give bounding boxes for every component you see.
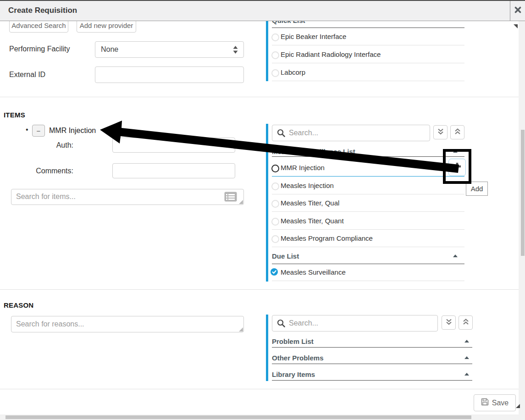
divider <box>272 347 472 348</box>
radio-icon <box>271 235 279 243</box>
radio-icon <box>271 200 279 208</box>
items-section-heading: ITEMS <box>4 111 25 119</box>
reason-picker-accent-bar <box>266 315 268 381</box>
divider <box>272 194 464 194</box>
divider <box>272 45 464 45</box>
divider <box>272 211 464 212</box>
comments-field-wrap <box>112 163 235 178</box>
resize-grip[interactable] <box>239 200 243 204</box>
horizontal-scrollbar-thumb[interactable] <box>6 415 471 419</box>
page-title: Create Requisition <box>8 6 77 15</box>
radio-icon <box>271 218 279 226</box>
auth-field[interactable] <box>113 138 235 152</box>
resize-grip[interactable] <box>239 327 243 332</box>
resize-grip[interactable] <box>514 24 518 28</box>
divider <box>272 247 464 247</box>
add-new-provider-label: Add new provider <box>80 22 133 29</box>
group-header[interactable]: Other Problems <box>272 354 324 362</box>
items-search-input[interactable] <box>11 189 243 204</box>
radio-icon <box>271 182 279 190</box>
expand-all-button[interactable] <box>433 125 448 139</box>
divider <box>272 81 464 81</box>
group-header[interactable]: Problem List <box>272 337 314 345</box>
collapse-all-button[interactable] <box>459 315 473 330</box>
section-divider <box>0 97 519 97</box>
list-item[interactable]: MMR Injection <box>281 164 325 171</box>
group-header[interactable]: Library Items <box>272 370 315 378</box>
list-item[interactable]: Epic Beaker Interface <box>281 33 346 40</box>
performing-facility-value: None <box>101 45 118 54</box>
divider <box>272 281 464 281</box>
remove-item-button[interactable]: − <box>32 125 45 137</box>
collapse-caret-icon[interactable] <box>464 356 469 359</box>
annotation-highlight-rect <box>443 149 471 184</box>
save-button[interactable]: Save <box>474 394 516 411</box>
radio-icon <box>271 51 279 59</box>
collapse-caret-icon[interactable] <box>464 340 469 343</box>
group-header[interactable]: Measles Surveillance List <box>272 148 355 155</box>
items-picker-accent-bar <box>266 124 268 282</box>
performing-facility-select[interactable]: None <box>95 41 244 58</box>
divider <box>272 63 464 63</box>
reason-section-heading: REASON <box>4 301 33 309</box>
list-item[interactable]: Epic Radiant Radiology Interface <box>281 50 381 58</box>
external-id-field[interactable] <box>95 67 243 83</box>
list-item[interactable]: Measles Titer, Quant <box>281 217 344 225</box>
list-item[interactable]: Measles Surveillance <box>281 268 346 276</box>
reason-picker-search-wrap <box>272 315 438 332</box>
list-item[interactable]: Measles Program Compliance <box>281 234 373 242</box>
reason-search-wrap <box>11 316 244 332</box>
chevron-double-up-icon <box>462 318 470 327</box>
list-item[interactable]: Measles Injection <box>281 182 334 189</box>
comments-field[interactable] <box>113 164 235 178</box>
advanced-search-label: Advanced Search <box>11 22 66 29</box>
select-updown-icon <box>233 46 238 55</box>
comments-label: Comments: <box>28 167 73 175</box>
divider <box>272 28 464 28</box>
close-icon <box>514 6 521 15</box>
selected-row-underline <box>272 176 464 177</box>
bullet-icon: • <box>26 126 28 134</box>
radio-icon <box>271 165 279 172</box>
external-id-label: External ID <box>9 71 45 79</box>
section-divider <box>0 289 519 290</box>
radio-icon <box>271 69 279 77</box>
collapse-caret-icon[interactable] <box>464 373 469 376</box>
group-header[interactable]: Due List <box>272 252 299 260</box>
vertical-scrollbar-thumb[interactable] <box>521 130 525 256</box>
quick-list-header-clipped: Quick List <box>272 21 409 25</box>
reason-search-input[interactable] <box>11 316 243 332</box>
auth-field-wrap <box>112 138 235 153</box>
auth-label: Auth: <box>28 141 73 149</box>
save-label: Save <box>492 399 508 407</box>
item-list-icon[interactable] <box>224 192 237 204</box>
items-picker-search-input[interactable] <box>272 125 430 141</box>
divider <box>272 364 472 364</box>
close-button[interactable] <box>510 1 525 21</box>
dialog-header: Create Requisition <box>0 0 525 21</box>
search-icon <box>277 129 286 139</box>
list-item[interactable]: Labcorp <box>281 68 305 76</box>
items-picker-search-wrap <box>272 125 430 141</box>
search-icon <box>277 319 286 330</box>
chevron-double-down-icon <box>437 128 444 137</box>
reason-picker-search-input[interactable] <box>272 315 437 331</box>
divider <box>272 380 472 381</box>
list-item[interactable]: Measles Titer, Qual <box>281 199 339 207</box>
chevron-double-up-icon <box>454 128 461 137</box>
expand-all-button[interactable] <box>442 315 456 330</box>
quick-list-accent-bar <box>266 21 268 81</box>
external-id-field-wrap <box>95 66 244 83</box>
collapse-all-button[interactable] <box>450 125 464 139</box>
collapse-caret-icon[interactable] <box>453 254 458 257</box>
selected-item-name: MMR Injection <box>49 127 96 135</box>
resize-grip[interactable] <box>516 404 520 408</box>
create-requisition-dialog: Create Requisition Advanced Search Add n… <box>0 0 525 420</box>
radio-icon <box>271 33 279 41</box>
divider <box>272 229 464 230</box>
footer-divider <box>0 389 519 389</box>
performing-facility-label: Performing Facility <box>9 45 70 53</box>
minus-icon: − <box>37 127 41 135</box>
items-search-wrap <box>11 189 244 205</box>
chevron-double-down-icon <box>445 318 453 327</box>
